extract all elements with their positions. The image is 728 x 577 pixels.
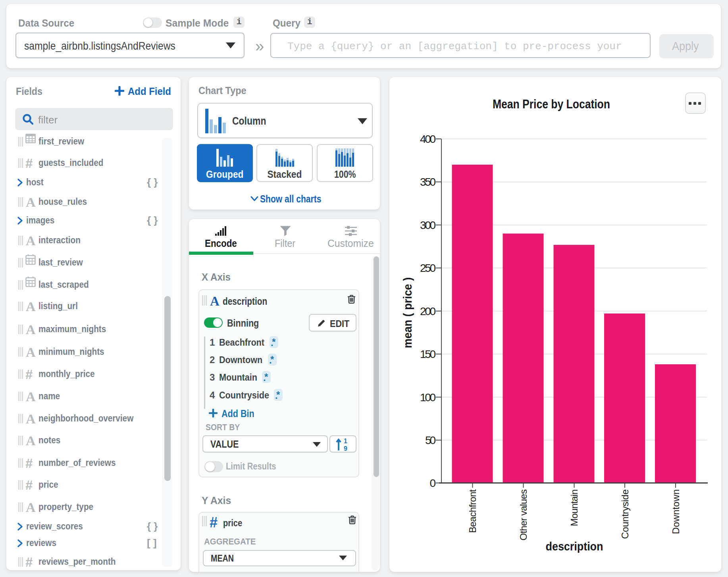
svg-text:50: 50	[425, 434, 436, 446]
svg-text:9: 9	[344, 445, 347, 452]
svg-text:350: 350	[420, 176, 436, 188]
svg-text:Mountain: Mountain	[569, 489, 580, 526]
svg-text:1: 1	[344, 438, 347, 444]
svg-text:Downtown: Downtown	[670, 489, 681, 534]
svg-text:Other values: Other values	[518, 489, 529, 540]
svg-text:250: 250	[420, 262, 436, 274]
svg-text:300: 300	[420, 219, 436, 231]
svg-text:100: 100	[420, 391, 436, 404]
svg-text:Beachfront: Beachfront	[467, 489, 478, 533]
svg-text:mean ( price ): mean ( price )	[401, 277, 414, 348]
svg-text:Countryside: Countryside	[620, 489, 630, 539]
svg-text:Mean Price by Location: Mean Price by Location	[493, 97, 610, 111]
svg-text:200: 200	[420, 305, 436, 317]
svg-text:400: 400	[420, 133, 436, 145]
svg-text:0: 0	[429, 477, 436, 489]
svg-text:150: 150	[420, 348, 436, 360]
svg-text:description: description	[546, 540, 603, 553]
